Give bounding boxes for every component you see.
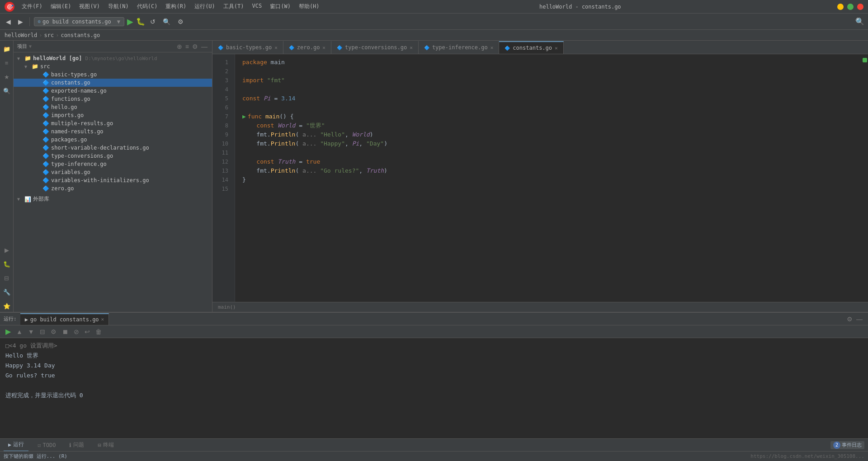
code-line-15 bbox=[242, 184, 861, 193]
terminal-view-btn[interactable]: ⊟ bbox=[1, 272, 13, 284]
tab-run[interactable]: ▶ 运行 bbox=[4, 439, 28, 452]
toolbar-refresh-btn[interactable]: ↺ bbox=[148, 17, 158, 27]
file-label-short-var: short-variable-declarations.go bbox=[51, 145, 149, 151]
bottom-minimize-btn[interactable]: — bbox=[854, 315, 864, 324]
toolbar-back-btn[interactable]: ◀ bbox=[4, 17, 13, 27]
menu-item-导航(N)[interactable]: 导航(N) bbox=[104, 2, 132, 11]
menu-item-代码(C)[interactable]: 代码(C) bbox=[133, 2, 161, 11]
run-tab-close[interactable]: ✕ bbox=[101, 316, 104, 322]
toolbar-settings-btn[interactable]: ⚙ bbox=[175, 17, 186, 27]
menu-item-帮助(H)[interactable]: 帮助(H) bbox=[295, 2, 323, 11]
tab-close-type-conv[interactable]: ✕ bbox=[410, 45, 413, 51]
run-output-complete: 进程完成，并显示退出代码 0 bbox=[5, 390, 863, 400]
tree-src[interactable]: ▼ 📁 src bbox=[14, 62, 212, 71]
panel-new-btn[interactable]: ⊕ bbox=[176, 42, 183, 51]
titlebar: 🎯 文件(F)编辑(E)视图(V)导航(N)代码(C)重构(R)运行(U)工具(… bbox=[0, 0, 868, 14]
tree-file-basic-types[interactable]: 🔷 basic-types.go bbox=[14, 71, 212, 79]
run-button[interactable]: ▶ bbox=[127, 17, 133, 27]
panel-title-label: 项目 bbox=[17, 43, 27, 50]
run-settings2-btn[interactable]: ⚙ bbox=[49, 327, 58, 336]
tab-zero[interactable]: 🔷 zero.go ✕ bbox=[283, 41, 331, 54]
tab-terminal[interactable]: ⊟ 终端 bbox=[93, 439, 118, 452]
bookmarks-btn[interactable]: ★ bbox=[1, 71, 13, 83]
tree-file-imports[interactable]: 🔷 imports.go bbox=[14, 111, 212, 119]
toolbar-forward-btn[interactable]: ▶ bbox=[16, 17, 25, 27]
tree-root[interactable]: ▼ 📁 helloWorld [go] D:\mynotes\go\helloW… bbox=[14, 54, 212, 62]
tab-close-type-inf[interactable]: ✕ bbox=[491, 45, 494, 51]
tree-file-named-results[interactable]: 🔷 named-results.go bbox=[14, 127, 212, 136]
toolbar-search-btn[interactable]: 🔍 bbox=[160, 17, 173, 27]
menu-item-文件(F)[interactable]: 文件(F) bbox=[18, 2, 46, 11]
tree-file-constants[interactable]: 🔷 constants.go bbox=[14, 79, 212, 87]
tree-file-hello[interactable]: 🔷 hello.go bbox=[14, 103, 212, 111]
src-label: src bbox=[40, 63, 50, 70]
run-wrap-btn[interactable]: ⊟ bbox=[38, 327, 47, 336]
file-label-imports: imports.go bbox=[51, 112, 84, 118]
run-trash-btn[interactable]: 🗑 bbox=[94, 327, 104, 336]
breadcrumb-src[interactable]: src bbox=[44, 32, 54, 38]
breadcrumb-file[interactable]: constants.go bbox=[61, 32, 100, 38]
debug-button[interactable]: 🐛 bbox=[136, 17, 145, 26]
tab-type-inf[interactable]: 🔷 type-inference.go ✕ bbox=[419, 41, 499, 54]
maximize-button[interactable] bbox=[847, 4, 854, 10]
tree-file-vars-init[interactable]: 🔷 variables-with-initializers.go bbox=[14, 176, 212, 184]
tree-file-multiple-results[interactable]: 🔷 multiple-results.go bbox=[14, 119, 212, 127]
run-view-btn[interactable]: ▶ bbox=[1, 244, 13, 256]
event-log-badge[interactable]: 2 事件日志 bbox=[830, 441, 864, 449]
breadcrumb-root[interactable]: helloWorld bbox=[5, 32, 37, 38]
tab-close-basic-types[interactable]: ✕ bbox=[274, 45, 278, 51]
run-scroll-down-btn[interactable]: ▼ bbox=[26, 327, 36, 336]
tree-file-functions[interactable]: 🔷 functions.go bbox=[14, 95, 212, 103]
tool-wrench-btn[interactable]: 🔧 bbox=[1, 286, 13, 298]
panel-settings-btn[interactable]: ⚙ bbox=[191, 42, 199, 51]
menu-item-编辑(E)[interactable]: 编辑(E) bbox=[47, 2, 75, 11]
menu-item-视图(V)[interactable]: 视图(V) bbox=[75, 2, 104, 11]
tab-problems[interactable]: ℹ 问题 bbox=[65, 439, 89, 452]
run-clear-btn[interactable]: ⊘ bbox=[72, 327, 81, 336]
run-play-btn[interactable]: ▶ bbox=[4, 326, 13, 337]
run-scroll-up-btn[interactable]: ▲ bbox=[14, 327, 24, 336]
debug-view-btn[interactable]: 🐛 bbox=[1, 258, 13, 270]
tab-close-zero[interactable]: ✕ bbox=[322, 45, 326, 51]
tab-basic-types[interactable]: 🔷 basic-types.go ✕ bbox=[212, 41, 283, 54]
panel-close-btn[interactable]: — bbox=[200, 42, 208, 51]
project-view-btn[interactable]: 📁 bbox=[1, 43, 13, 55]
menu-item-VCS[interactable]: VCS bbox=[249, 2, 266, 11]
bottom-tab-run[interactable]: ▶ go build constants.go ✕ bbox=[20, 313, 109, 325]
minimize-button[interactable] bbox=[837, 4, 844, 10]
menu-item-工具(T)[interactable]: 工具(T) bbox=[220, 2, 248, 11]
tab-type-conv[interactable]: 🔷 type-conversions.go ✕ bbox=[331, 41, 419, 54]
tree-file-short-var[interactable]: 🔷 short-variable-declarations.go bbox=[14, 144, 212, 152]
tree-file-type-conv[interactable]: 🔷 type-conversions.go bbox=[14, 152, 212, 160]
titlebar-left: 🎯 文件(F)编辑(E)视图(V)导航(N)代码(C)重构(R)运行(U)工具(… bbox=[5, 2, 323, 12]
ext-lib-icon: 📊 bbox=[24, 196, 31, 202]
tab-constants[interactable]: 🔷 constants.go ✕ bbox=[499, 41, 563, 54]
star-btn[interactable]: ⭐ bbox=[1, 300, 13, 312]
tree-file-variables[interactable]: 🔷 variables.go bbox=[14, 168, 212, 176]
code-content[interactable]: package main import "fmt" const P bbox=[235, 54, 861, 302]
run-stop-btn[interactable]: ⏹ bbox=[60, 327, 70, 336]
code-line-5: const Pi = 3.14 bbox=[242, 94, 861, 103]
tab-todo[interactable]: ☑ TODO bbox=[33, 439, 60, 452]
tab-close-constants[interactable]: ✕ bbox=[555, 45, 558, 51]
tree-file-zero[interactable]: 🔷 zero.go bbox=[14, 184, 212, 193]
tree-external-lib[interactable]: ▼ 📊 外部库 bbox=[14, 194, 212, 204]
tree-file-packages[interactable]: 🔷 packages.go bbox=[14, 136, 212, 144]
panel-dropdown-icon[interactable]: ▼ bbox=[29, 44, 32, 49]
global-search-btn[interactable]: 🔍 bbox=[855, 17, 864, 26]
file-label-zero: zero.go bbox=[51, 185, 74, 192]
menu-item-运行(U)[interactable]: 运行(U) bbox=[191, 2, 219, 11]
panel-collapse-btn[interactable]: ≡ bbox=[184, 42, 190, 51]
run-config-dropdown[interactable]: ⚙ go build constants.go ▼ bbox=[34, 17, 124, 26]
run-word-wrap-btn[interactable]: ↩ bbox=[83, 327, 92, 336]
tree-file-type-inf[interactable]: 🔷 type-inference.go bbox=[14, 160, 212, 168]
structure-btn[interactable]: ≡ bbox=[1, 57, 13, 69]
bottom-settings-btn[interactable]: ⚙ bbox=[845, 315, 854, 324]
file-label-type-inf: type-inference.go bbox=[51, 161, 107, 167]
tab-label-basic-types: basic-types.go bbox=[226, 44, 272, 51]
close-button[interactable] bbox=[857, 4, 863, 10]
tree-file-exported-names[interactable]: 🔷 exported-names.go bbox=[14, 87, 212, 95]
menu-item-窗口(W)[interactable]: 窗口(W) bbox=[266, 2, 294, 11]
menu-item-重构(R)[interactable]: 重构(R) bbox=[162, 2, 190, 11]
find-btn[interactable]: 🔍 bbox=[1, 85, 13, 97]
